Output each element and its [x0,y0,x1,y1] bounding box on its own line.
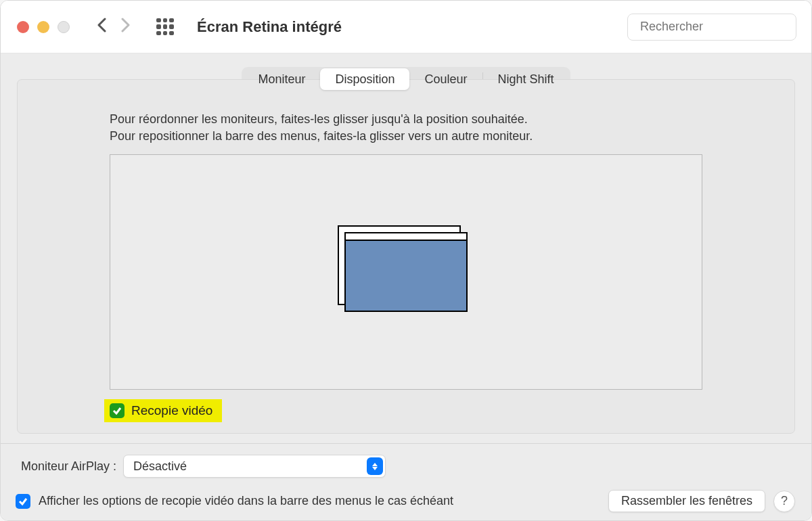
tab-arrangement[interactable]: Disposition [320,68,409,90]
help-button[interactable]: ? [773,491,795,512]
instruction-line-2: Pour repositionner la barre des menus, f… [110,128,702,145]
segmented-control: Moniteur Disposition Couleur Night Shift [242,67,570,91]
show-mirroring-checkbox[interactable] [16,494,30,509]
show-all-icon[interactable] [156,18,174,36]
minimize-window-button[interactable] [37,21,49,33]
select-arrows-icon [367,457,383,475]
nav-arrows [97,16,131,37]
search-box[interactable] [627,14,796,41]
main-panel: Pour réordonner les moniteurs, faites-le… [17,79,795,434]
back-button[interactable] [97,16,106,37]
airplay-select[interactable]: Désactivé [123,455,386,478]
content-area: Pour réordonner les moniteurs, faites-le… [1,53,811,520]
zoom-window-button [58,21,70,33]
mirror-displays-checkbox[interactable] [110,403,125,418]
close-window-button[interactable] [17,21,29,33]
preferences-window: Écran Retina intégré Pour réordonner les… [0,0,812,521]
traffic-lights [17,21,70,33]
titlebar: Écran Retina intégré [1,1,811,53]
window-title: Écran Retina intégré [197,18,342,36]
tab-monitor[interactable]: Moniteur [243,68,320,90]
airplay-value: Désactivé [133,459,187,474]
instructions: Pour réordonner les moniteurs, faites-le… [18,106,794,145]
mirror-displays-row[interactable]: Recopie vidéo [104,399,222,422]
instruction-line-1: Pour réordonner les moniteurs, faites-le… [110,111,702,128]
tab-night-shift[interactable]: Night Shift [483,68,569,90]
tab-color[interactable]: Couleur [409,68,482,90]
primary-display-icon[interactable] [344,232,468,312]
airplay-label: Moniteur AirPlay : [21,459,116,474]
forward-button[interactable] [121,16,131,37]
mirror-displays-label: Recopie vidéo [131,403,212,418]
arrangement-area[interactable] [110,154,702,390]
search-input[interactable] [640,20,797,34]
gather-windows-button[interactable]: Rassembler les fenêtres [608,490,765,512]
footer-row: Afficher les options de recopie vidéo da… [1,478,811,512]
show-mirroring-label: Afficher les options de recopie vidéo da… [39,494,453,508]
airplay-row: Moniteur AirPlay : Désactivé [1,444,811,478]
display-stack[interactable] [344,232,468,312]
